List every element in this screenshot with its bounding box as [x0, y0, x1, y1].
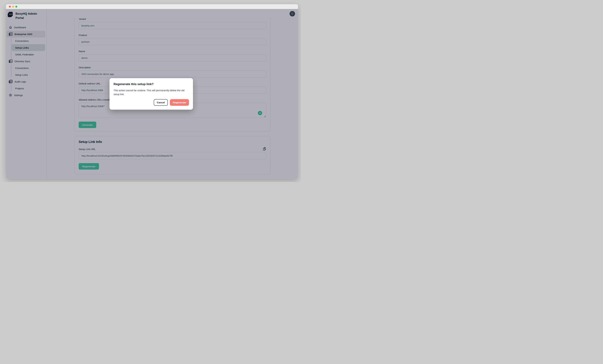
- window-titlebar: [6, 4, 298, 9]
- modal-regenerate-button[interactable]: Regenerate: [170, 99, 189, 106]
- regenerate-confirm-modal: Regenerate this setup link? This action …: [109, 78, 193, 110]
- cancel-button[interactable]: Cancel: [154, 99, 168, 106]
- close-window-icon[interactable]: [9, 6, 11, 8]
- app-window: </> BoxyHQ AdminPortal Da: [6, 4, 298, 179]
- minimize-window-icon[interactable]: [12, 6, 14, 8]
- app-body: </> BoxyHQ AdminPortal Da: [6, 9, 298, 179]
- modal-body-text: This action cannot be undone. This will …: [114, 89, 189, 96]
- maximize-window-icon[interactable]: [15, 6, 17, 8]
- modal-title: Regenerate this setup link?: [114, 82, 189, 86]
